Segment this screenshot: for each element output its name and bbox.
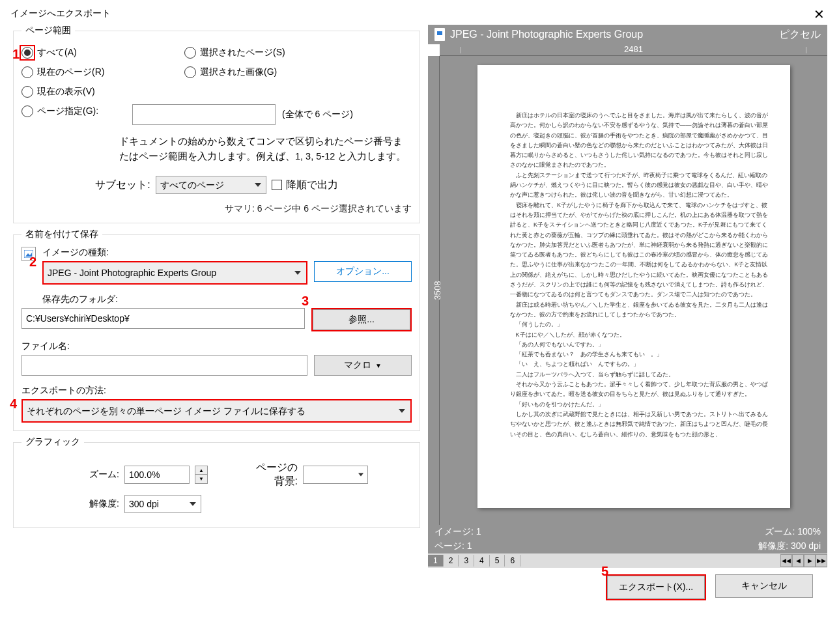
radio-selected-images[interactable] <box>184 66 200 78</box>
export-method-label: エクスポートの方法: <box>21 385 412 397</box>
preview-title: JPEG - Joint Photographic Experts Group <box>450 29 643 40</box>
page-tab-6[interactable]: 6 <box>505 555 520 567</box>
marker-4: 4 <box>10 397 17 412</box>
radio-current-view-label: 現在の表示(V) <box>37 86 95 98</box>
export-method-select[interactable]: それぞれのページを別々の単一ページ イメージ ファイルに保存する <box>23 400 410 421</box>
total-pages-label: (全体で 6 ページ) <box>282 109 353 120</box>
preview-viewport: 新庄はホテルの日本室の寝床のうへでふと目をさました。海岸は風が出て来たらしく、波… <box>440 56 827 525</box>
status-image: イメージ: 1 <box>434 526 481 538</box>
graphics-legend: グラフィック <box>21 436 84 448</box>
radio-selected-pages[interactable] <box>184 47 200 59</box>
marker-3: 3 <box>302 294 309 309</box>
page-spec-help: ドキュメントの始めから数えてコンマで区切られたページ番号またはページ範囲を入力し… <box>119 134 412 164</box>
page-tabs: 1 2 3 4 5 6 ◀◀ ◀ ▶ ▶▶ <box>428 553 827 568</box>
dialog-title: イメージへエクスポート <box>0 0 839 20</box>
options-button[interactable]: オプション... <box>314 261 412 282</box>
bg-label: ページの背景: <box>252 461 298 488</box>
spinner-down-icon[interactable]: ▼ <box>195 475 207 483</box>
page-spec-input[interactable] <box>132 104 276 125</box>
ruler-horizontal: 2481 <box>440 44 827 56</box>
spinner-up-icon[interactable]: ▲ <box>195 466 207 475</box>
page-tab-4[interactable]: 4 <box>474 555 490 567</box>
filename-label: ファイル名: <box>21 341 412 352</box>
export-button[interactable]: エクスポート(X)... <box>607 576 705 599</box>
ruler-height: 3508 <box>433 281 442 300</box>
subset-select[interactable]: すべてのページ <box>156 176 266 194</box>
subset-label: サブセット: <box>95 178 150 192</box>
chevron-down-icon: ▼ <box>375 362 382 369</box>
radio-current-view[interactable] <box>21 86 37 98</box>
nav-prev-icon[interactable]: ◀ <box>792 554 804 567</box>
preview-unit: ピクセル <box>779 28 821 42</box>
preview-status-2: ページ: 1 解像度: 300 dpi <box>428 539 827 553</box>
radio-all-label: すべて(A) <box>37 47 77 59</box>
radio-selected-pages-label: 選択されたページ(S) <box>200 47 285 59</box>
zoom-spinner[interactable]: ▲ ▼ <box>195 466 208 484</box>
preview-status-1: イメージ: 1 ズーム: 100% <box>428 525 827 539</box>
status-res: 解像度: 300 dpi <box>758 540 821 552</box>
preview-page: 新庄はホテルの日本室の寝床のうへでふと目をさました。海岸は風が出て来たらしく、波… <box>477 65 790 508</box>
zoom-label: ズーム: <box>21 469 119 481</box>
marker-1: 1 <box>12 47 20 62</box>
page-tab-5[interactable]: 5 <box>490 555 505 567</box>
filename-input[interactable] <box>21 355 307 376</box>
save-as-group: 名前を付けて保存 2 イメージの種類: JPEG - Joint Photogr… <box>13 229 420 431</box>
marker-2: 2 <box>29 255 36 270</box>
nav-next-icon[interactable]: ▶ <box>804 554 816 567</box>
status-zoom: ズーム: 100% <box>765 526 821 538</box>
zoom-input[interactable] <box>124 466 190 484</box>
ruler-vertical: 3508 <box>428 56 440 525</box>
status-page: ページ: 1 <box>434 540 472 552</box>
document-icon <box>434 28 445 41</box>
page-tab-2[interactable]: 2 <box>444 555 459 567</box>
radio-page-spec-label: ページ指定(G): <box>37 105 98 117</box>
folder-input[interactable] <box>21 308 305 329</box>
graphics-group: グラフィック ズーム: ▲ ▼ ページの背景: 解像度: 300 dpi <box>13 436 420 528</box>
res-label: 解像度: <box>21 498 119 510</box>
browse-button[interactable]: 参照... <box>313 309 410 330</box>
ruler-width: 2481 <box>624 44 643 54</box>
nav-last-icon[interactable]: ▶▶ <box>816 554 827 567</box>
page-range-legend: ページ範囲 <box>21 25 75 36</box>
radio-current-page-label: 現在のページ(R) <box>37 66 104 78</box>
radio-page-spec[interactable] <box>21 105 37 117</box>
radio-selected-images-label: 選択された画像(G) <box>200 66 277 78</box>
nav-first-icon[interactable]: ◀◀ <box>780 554 792 567</box>
preview-header: JPEG - Joint Photographic Experts Group … <box>428 25 827 44</box>
descending-checkbox[interactable]: 降順で出力 <box>272 178 338 192</box>
page-tab-3[interactable]: 3 <box>459 555 474 567</box>
resolution-select[interactable]: 300 dpi <box>124 495 201 513</box>
image-type-select[interactable]: JPEG - Joint Photographic Experts Group <box>44 262 306 283</box>
close-icon[interactable]: ✕ <box>814 7 825 22</box>
bg-color-picker[interactable] <box>303 466 368 484</box>
cancel-button[interactable]: キャンセル <box>715 574 813 598</box>
descending-label: 降順で出力 <box>286 178 338 192</box>
radio-current-page[interactable] <box>21 66 37 78</box>
page-summary: サマリ: 6 ページ中 6 ページ選択されています <box>21 203 412 215</box>
macro-button[interactable]: マクロ ▼ <box>314 355 412 376</box>
page-tab-1[interactable]: 1 <box>428 555 444 567</box>
marker-5: 5 <box>601 564 608 579</box>
page-range-group: ページ範囲 1 すべて(A) 現在のペ <box>13 25 420 223</box>
save-as-legend: 名前を付けて保存 <box>21 229 102 240</box>
image-type-label: イメージの種類: <box>42 247 412 259</box>
folder-label: 保存先のフォルダ: <box>42 294 412 305</box>
